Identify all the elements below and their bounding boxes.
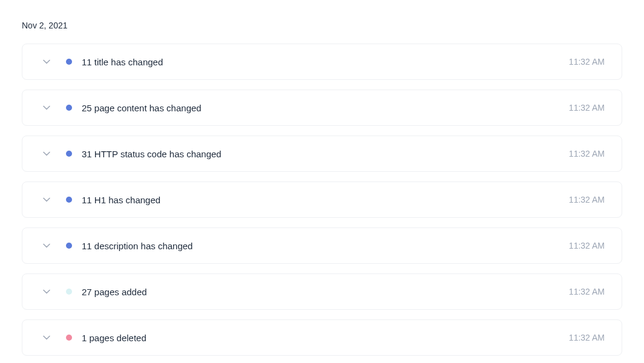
status-dot-icon <box>66 243 72 249</box>
chevron-down-icon <box>43 196 50 203</box>
event-label: 27 pages added <box>82 287 569 297</box>
event-label: 11 title has changed <box>82 57 569 67</box>
chevron-down-icon <box>43 334 50 341</box>
status-dot-icon <box>66 151 72 157</box>
event-label: 11 description has changed <box>82 241 569 251</box>
event-time: 11:32 AM <box>569 195 605 204</box>
status-dot-icon <box>66 105 72 111</box>
event-time: 11:32 AM <box>569 149 605 159</box>
status-dot-icon <box>66 197 72 203</box>
chevron-down-icon <box>43 58 50 65</box>
event-row-page-content-changed[interactable]: 25 page content has changed 11:32 AM <box>22 90 622 126</box>
event-row-description-changed[interactable]: 11 description has changed 11:32 AM <box>22 227 622 264</box>
event-row-h1-changed[interactable]: 11 H1 has changed 11:32 AM <box>22 182 622 218</box>
chevron-down-icon <box>43 104 50 111</box>
status-dot-icon <box>66 335 72 341</box>
event-row-pages-deleted[interactable]: 1 pages deleted 11:32 AM <box>22 319 622 356</box>
status-dot-icon <box>66 289 72 295</box>
event-row-title-changed[interactable]: 11 title has changed 11:32 AM <box>22 44 622 80</box>
chevron-down-icon <box>43 288 50 295</box>
event-label: 25 page content has changed <box>82 103 569 113</box>
event-time: 11:32 AM <box>569 57 605 67</box>
event-label: 11 H1 has changed <box>82 195 569 205</box>
event-row-pages-added[interactable]: 27 pages added 11:32 AM <box>22 273 622 310</box>
date-header: Nov 2, 2021 <box>22 21 622 30</box>
events-list: 11 title has changed 11:32 AM 25 page co… <box>22 44 622 356</box>
event-label: 31 HTTP status code has changed <box>82 149 569 159</box>
chevron-down-icon <box>43 242 50 249</box>
event-label: 1 pages deleted <box>82 333 569 343</box>
event-time: 11:32 AM <box>569 287 605 296</box>
status-dot-icon <box>66 59 72 65</box>
event-row-http-status-changed[interactable]: 31 HTTP status code has changed 11:32 AM <box>22 136 622 172</box>
event-time: 11:32 AM <box>569 241 605 250</box>
chevron-down-icon <box>43 150 50 157</box>
event-time: 11:32 AM <box>569 103 605 113</box>
event-time: 11:32 AM <box>569 333 605 342</box>
